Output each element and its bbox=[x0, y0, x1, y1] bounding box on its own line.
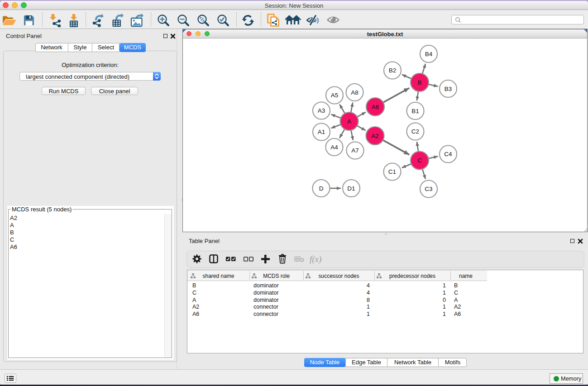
svg-text:D: D bbox=[319, 185, 324, 192]
svg-text:A1: A1 bbox=[318, 129, 325, 135]
svg-text:C2: C2 bbox=[411, 128, 419, 135]
svg-text:A6: A6 bbox=[372, 104, 379, 110]
svg-text:A4: A4 bbox=[330, 144, 338, 151]
svg-text:B: B bbox=[417, 79, 421, 86]
svg-text:A7: A7 bbox=[351, 147, 359, 154]
svg-text:A: A bbox=[347, 118, 351, 125]
svg-text:A3: A3 bbox=[318, 107, 325, 114]
svg-text:A8: A8 bbox=[351, 89, 359, 96]
svg-text:B2: B2 bbox=[389, 67, 397, 74]
svg-text:B1: B1 bbox=[411, 108, 419, 114]
svg-text:C3: C3 bbox=[425, 186, 432, 192]
svg-text:C1: C1 bbox=[388, 168, 396, 175]
svg-text:C: C bbox=[417, 157, 422, 164]
svg-text:B3: B3 bbox=[445, 86, 452, 92]
svg-text:A5: A5 bbox=[331, 92, 339, 99]
svg-text:B4: B4 bbox=[425, 51, 433, 57]
svg-text:A2: A2 bbox=[371, 133, 379, 139]
svg-text:D1: D1 bbox=[347, 185, 355, 192]
svg-text:C4: C4 bbox=[444, 151, 452, 157]
